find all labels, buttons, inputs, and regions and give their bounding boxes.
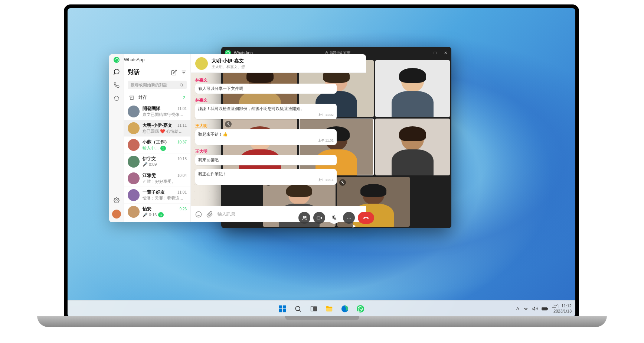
svg-rect-25 [543,308,547,310]
filter-icon[interactable] [181,69,187,75]
group-avatar[interactable] [195,57,208,70]
archived-row[interactable]: 封存 2 [124,92,190,103]
chat-preview: 愷琳：天哪！看看這個… [143,195,187,201]
chat-time: 10:37 [177,140,187,144]
message-sender: 林嘉文 [195,97,337,103]
calls-tab-icon[interactable] [112,81,121,89]
svg-rect-16 [283,309,286,312]
start-button[interactable] [276,302,289,316]
video-toggle-button[interactable] [313,212,325,224]
laptop-frame: WhatsApp 對話 搜尋或開始新的對話 [64,4,579,320]
message: 林嘉文謝謝！我可以檢查這個部份，然後小明您可以從這邊開始。上午 11:02 [195,97,337,119]
message-bubble: 謝謝！我可以檢查這個部份，然後小明您可以從這邊開始。上午 11:02 [195,104,337,119]
chat-name: 伊宇文 [143,156,156,162]
chat-preview: 嘉文已開始進行視像通話 [143,112,187,117]
chat-avatar [128,189,140,201]
tray-chevron-icon[interactable]: ᐱ [516,306,519,311]
svg-rect-20 [314,307,317,311]
clock[interactable]: 上午 11:12 2023/1/13 [552,304,572,313]
chat-preview: 輸入中… [143,145,159,151]
conversation-title: 大明-小伊-嘉文 [212,58,362,64]
call-controls: ⋯ [298,212,374,224]
chat-list-item[interactable]: 小蘇（工作）10:37 輸入中…1 [124,137,190,153]
svg-rect-12 [317,217,320,219]
archive-count: 2 [183,96,185,100]
chat-avatar [128,106,140,117]
chat-avatar [128,156,140,168]
laptop-notch [285,316,359,320]
message: 林嘉文有人可以分享一下文件嗎 [195,77,337,94]
svg-point-10 [303,216,304,218]
chat-list-item[interactable]: 一葉子好友11:01 愷琳：天哪！看看這個… [124,187,190,204]
chat-list-item[interactable]: 怡安9:26 🎤 0:161 [124,204,190,220]
unread-badge: 1 [158,212,164,217]
edge-icon[interactable] [338,302,352,316]
new-chat-icon[interactable] [171,69,177,75]
whatsapp-taskbar-icon[interactable] [354,302,367,316]
chat-time: 11:11 [177,123,187,127]
message-list: 林嘉文有人可以分享一下文件嗎林嘉文謝謝！我可以檢查這個部份，然後小明您可以從這邊… [191,73,366,206]
attach-icon[interactable] [206,211,213,218]
volume-icon[interactable] [532,306,538,311]
video-tile[interactable] [375,119,450,175]
message-sender: 王大明 [195,149,337,154]
task-view-icon[interactable] [307,302,320,316]
chat-avatar [128,206,140,218]
mute-toggle-button[interactable] [328,212,340,224]
explorer-icon[interactable] [323,302,336,316]
wifi-icon[interactable] [523,306,529,311]
message: 王大明我來回覆吧 [195,149,337,165]
message-time: 上午 11:11 [198,178,334,182]
chat-name: 開發團隊 [143,106,160,112]
message-sender: 王大明 [195,123,337,129]
archive-label: 封存 [138,94,147,101]
battery-icon[interactable] [542,307,548,311]
message-sender: 林嘉文 [195,77,337,83]
search-icon [179,83,184,87]
chat-list-item[interactable]: 伊宇文10:15 🎤 0:09 [124,153,190,170]
status-tab-icon[interactable] [112,94,121,103]
search-placeholder: 搜尋或開始新的對話 [131,82,167,88]
svg-point-17 [295,306,300,311]
taskbar: ᐱ 上午 11:12 2023/1/13 [68,300,575,317]
system-tray: ᐱ 上午 11:12 2023/1/13 [516,304,572,313]
chat-preview: 您已回應 ❤️ 心情給：「我正在… [143,129,187,134]
more-options-button[interactable]: ⋯ [343,212,355,224]
chat-time: 11:01 [177,190,187,194]
chat-time: 9:26 [180,207,187,211]
chat-list-item[interactable]: 馬承翰8:43 沒辦法，我去不了。 [124,220,190,222]
svg-rect-7 [130,96,134,97]
svg-line-6 [182,86,183,87]
conversation-members: 王大明、林嘉文、您 [212,64,362,69]
profile-avatar[interactable] [112,210,121,219]
chat-avatar [128,122,140,134]
chat-time: 10:15 [177,157,187,161]
end-call-button[interactable] [358,212,374,224]
settings-icon[interactable] [112,196,121,204]
participants-button[interactable] [298,212,310,224]
search-input[interactable]: 搜尋或開始新的對話 [128,81,187,89]
message-time: 上午 11:02 [198,138,334,143]
taskbar-center [276,302,367,316]
window-controls: ─ □ ✕ [422,51,448,55]
emoji-icon[interactable] [195,211,202,218]
message-bubble: 我來回覆吧 [195,155,337,165]
chat-avatar [128,172,140,184]
close-button[interactable]: ✕ [443,51,448,55]
chat-list-item[interactable]: 大明-小伊-嘉文11:11 您已回應 ❤️ 心情給：「我正在… [124,120,190,137]
minimize-button[interactable]: ─ [422,51,427,55]
chat-list-item[interactable]: 開發團隊11:01 嘉文已開始進行視像通話 [124,103,190,120]
participant-video [375,119,450,175]
chat-preview: 🎤 0:16 [143,213,157,217]
message-time: 上午 11:02 [198,113,334,117]
chat-list: 開發團隊11:01 嘉文已開始進行視像通話 大明-小伊-嘉文11:11 您已回應… [124,103,190,222]
video-tile[interactable] [375,60,450,117]
maximize-button[interactable]: □ [433,51,437,55]
chat-list-item[interactable]: 江雅雯10:04 ✓ 哇！好好享受。 [124,170,190,187]
svg-rect-15 [279,309,282,312]
chat-name: 小蘇（工作） [143,139,169,145]
whatsapp-main-window: WhatsApp 對話 搜尋或開始新的對話 [109,54,366,222]
search-taskbar-icon[interactable] [291,302,305,316]
conversation-header: 大明-小伊-嘉文 王大明、林嘉文、您 [191,54,366,73]
chats-tab-icon[interactable] [112,68,121,76]
